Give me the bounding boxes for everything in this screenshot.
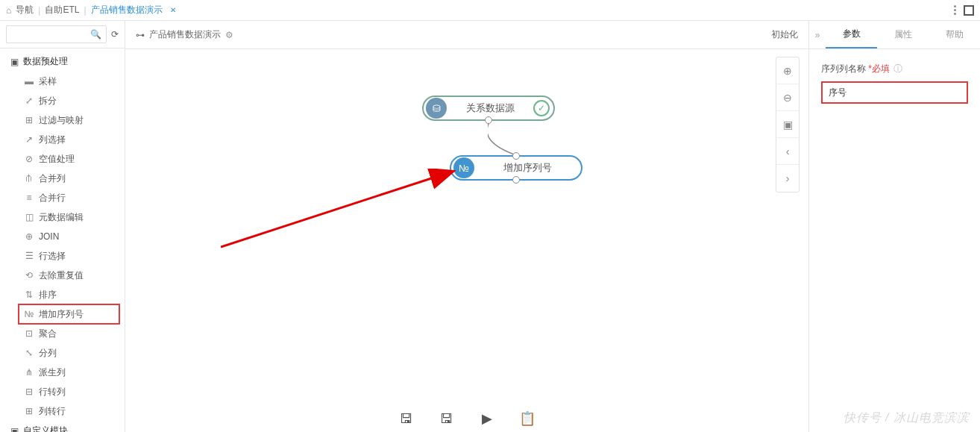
output-port[interactable] (485, 116, 492, 124)
tree-category-custom[interactable]: ▣ 自定义模块 (0, 421, 125, 432)
sequence-name-input[interactable] (821, 81, 968, 104)
item-icon: ⊞ (24, 405, 34, 417)
search-icon: 🔍 (90, 29, 101, 40)
fit-icon[interactable]: ▣ (776, 111, 799, 138)
item-icon: ↗ (24, 134, 34, 145)
tree-item-label: 过滤与映射 (39, 114, 84, 126)
tab-props[interactable]: 属性 (877, 21, 929, 48)
tree-item[interactable]: ⊞列转行 (0, 401, 125, 421)
info-icon[interactable]: ⓘ (893, 63, 902, 74)
input-port[interactable] (512, 152, 520, 160)
tab-params[interactable]: 参数 (826, 21, 877, 48)
tree-item-label: 派生列 (39, 366, 66, 378)
tree-category-preprocess[interactable]: ▣ 数据预处理 (0, 51, 125, 72)
tree-item[interactable]: ⊟行转列 (0, 382, 125, 401)
tree-item-label: 合并列 (39, 172, 66, 184)
output-port[interactable] (512, 176, 520, 184)
nav-link[interactable]: 导航 (16, 4, 34, 16)
tree-item[interactable]: ⊘空值处理 (0, 149, 125, 169)
folder-icon: ▣ (10, 426, 19, 433)
tree-item-label: 行选择 (39, 250, 66, 262)
item-icon: ☰ (24, 250, 34, 262)
init-button[interactable]: 初始化 (771, 28, 798, 41)
tree-item[interactable]: ⤡分列 (0, 343, 125, 363)
tree-item-label: 空值处理 (39, 153, 75, 165)
svg-line-0 (221, 172, 452, 247)
chevron-left-icon[interactable]: ‹ (776, 138, 799, 165)
maximize-icon[interactable] (964, 5, 974, 16)
item-icon: ⊕ (24, 231, 34, 242)
item-icon: ⟲ (24, 269, 34, 281)
tree-item-label: 列转行 (39, 405, 66, 417)
node-add-sequence[interactable]: № 增加序列号 (450, 155, 582, 181)
zoom-toolbar: ⊕ ⊖ ▣ ‹ › (776, 57, 800, 192)
sidebar: 🔍 ⟳ ▣ 数据预处理 ▬采样⤢拆分⊞过滤与映射↗列选择⊘空值处理⫛合并列≡合并… (0, 21, 125, 432)
breadcrumb: ⌂ 导航 | 自助ETL | 产品销售数据演示 ✕ (6, 4, 176, 16)
home-icon[interactable]: ⌂ (6, 5, 11, 16)
tree-item[interactable]: ⤢拆分 (0, 91, 125, 110)
canvas[interactable]: ⛁ 关系数据源 ✓ № 增加序列号 ⊕ ⊖ ▣ (125, 49, 808, 432)
right-panel: » 参数 属性 帮助 序列列名称 *必填 ⓘ (808, 21, 980, 432)
search-input[interactable]: 🔍 (6, 25, 107, 43)
tree-item-label: 排序 (39, 289, 57, 301)
tree-item[interactable]: ⋔派生列 (0, 363, 125, 382)
tree-item-label: 列选择 (39, 134, 66, 145)
item-icon: ◫ (24, 211, 34, 223)
tree-category-label: 数据预处理 (23, 55, 68, 68)
save-as-icon[interactable]: 🖫 (438, 410, 456, 428)
run-icon[interactable]: ▶ (478, 410, 496, 428)
tree-item[interactable]: ◫元数据编辑 (0, 207, 125, 227)
tree-item[interactable]: ≡合并行 (0, 188, 125, 207)
collapse-icon[interactable]: » (809, 30, 826, 40)
tree: ▣ 数据预处理 ▬采样⤢拆分⊞过滤与映射↗列选择⊘空值处理⫛合并列≡合并行◫元数… (0, 48, 125, 432)
tree-item[interactable]: ▬采样 (0, 72, 125, 91)
clipboard-icon[interactable]: 📋 (518, 410, 536, 428)
tree-item[interactable]: ↗列选择 (0, 130, 125, 149)
tree-item-label: 采样 (39, 75, 57, 87)
bottom-toolbar: 🖫 🖫 ▶ 📋 (398, 410, 536, 428)
close-tab-icon[interactable]: ✕ (170, 6, 176, 14)
watermark: 快传号 / 冰山电竞滨滨 (844, 410, 970, 426)
node-label: 增加序列号 (474, 161, 581, 175)
node-datasource[interactable]: ⛁ 关系数据源 ✓ (422, 96, 555, 121)
zoom-in-icon[interactable]: ⊕ (776, 57, 799, 84)
sequence-icon: № (453, 157, 474, 178)
item-icon: ⋔ (24, 366, 34, 378)
tree-item[interactable]: ⇅排序 (0, 285, 125, 304)
tree-item[interactable]: ⊡聚合 (0, 324, 125, 343)
tree-item[interactable]: ⊞过滤与映射 (0, 110, 125, 130)
zoom-out-icon[interactable]: ⊖ (776, 84, 799, 111)
etl-link[interactable]: 自助ETL (45, 4, 79, 16)
item-icon: ⊡ (24, 328, 34, 339)
more-icon[interactable] (954, 5, 956, 15)
item-icon: ▬ (24, 75, 34, 87)
connector-line (488, 121, 525, 158)
tree-item-label: 去除重复值 (39, 269, 84, 281)
tree-item[interactable]: №增加序列号 (18, 304, 120, 325)
check-icon: ✓ (533, 100, 550, 116)
item-icon: ⤢ (24, 95, 34, 107)
item-icon: ⊘ (24, 153, 34, 165)
tree-item[interactable]: ⟲去除重复值 (0, 266, 125, 285)
tree-item[interactable]: ⊕JOIN (0, 227, 125, 246)
item-icon: ⊞ (24, 114, 34, 126)
item-icon: ≡ (24, 192, 34, 204)
field-label: 序列列名称 *必填 ⓘ (821, 63, 968, 75)
tree-item[interactable]: ☰行选择 (0, 246, 125, 266)
annotation-arrow (221, 169, 467, 251)
canvas-title: 产品销售数据演示 (149, 28, 221, 41)
item-icon: ⫛ (24, 172, 34, 184)
current-tab[interactable]: 产品销售数据演示 (91, 4, 163, 16)
item-icon: ⊟ (24, 386, 34, 398)
gear-icon[interactable]: ⚙ (225, 30, 233, 40)
tree-item[interactable]: ⫛合并列 (0, 169, 125, 188)
item-icon: ⇅ (24, 289, 34, 301)
tree-item-label: JOIN (39, 231, 59, 242)
tree-item-label: 元数据编辑 (39, 211, 84, 223)
chevron-right-icon[interactable]: › (776, 165, 799, 192)
save-icon[interactable]: 🖫 (398, 410, 415, 428)
refresh-icon[interactable]: ⟳ (111, 29, 119, 40)
tab-help[interactable]: 帮助 (929, 21, 980, 48)
folder-icon: ▣ (10, 57, 19, 67)
item-icon: № (24, 308, 34, 320)
